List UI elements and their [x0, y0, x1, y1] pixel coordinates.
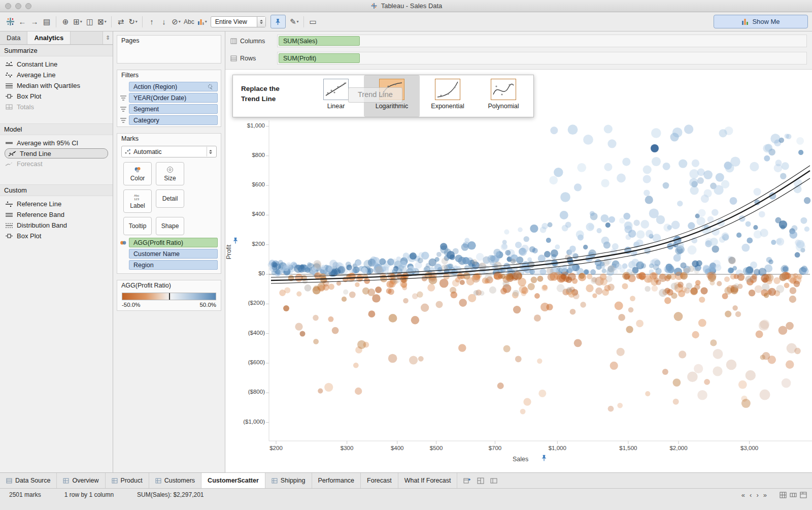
tab-customers[interactable]: Customers	[149, 473, 201, 488]
size-button[interactable]: Size	[156, 162, 184, 185]
analytics-item-average-line[interactable]: Average Line	[0, 70, 113, 80]
trend-option-exponential[interactable]: Exponential	[420, 75, 476, 117]
new-worksheet-button[interactable]: ⊞▾	[72, 15, 84, 28]
swap-rows-columns-button[interactable]: ⇄	[115, 15, 127, 28]
y-axis-title[interactable]: Profit	[225, 244, 232, 259]
color-legend-gradient[interactable]	[122, 293, 216, 300]
window-controls	[5, 3, 31, 9]
constant-line-icon	[5, 61, 13, 68]
trend-option-linear[interactable]: Linear	[308, 75, 364, 117]
columns-shelf[interactable]: SUM(Sales)	[277, 35, 807, 47]
sort-ascending-button[interactable]: ↑	[146, 15, 158, 28]
columns-shelf-row: Columns SUM(Sales)	[230, 34, 807, 48]
new-worksheet-button[interactable]	[463, 477, 471, 484]
mark-pill-customer-name[interactable]: Customer Name	[129, 249, 218, 259]
color-button[interactable]: Color	[123, 162, 152, 185]
close-window-button[interactable]	[5, 3, 11, 9]
new-sheet-buttons	[457, 473, 503, 488]
analytics-item-constant-line[interactable]: Constant Line	[0, 59, 113, 70]
show-me-chart-icon	[741, 18, 749, 25]
redo-button[interactable]: →	[28, 15, 41, 28]
caret-down-icon: ▾	[179, 20, 181, 24]
rows-pill-sum-profit[interactable]: SUM(Profit)	[279, 53, 360, 63]
analytics-item-average-ci[interactable]: Average with 95% CI	[0, 138, 113, 148]
mark-type-stepper[interactable]	[207, 147, 214, 156]
new-data-source-button[interactable]: ⊕	[59, 15, 72, 28]
tab-customerscatter[interactable]: CustomerScatter	[201, 473, 265, 488]
tab-analytics[interactable]: Analytics	[27, 31, 71, 44]
pane-splitter-icon[interactable]: ⇕	[103, 31, 113, 44]
analytics-item-box-plot-custom[interactable]: Box Plot	[0, 231, 113, 241]
last-tab-button[interactable]: »	[763, 491, 767, 499]
tooltip-button[interactable]: Tooltip	[123, 217, 152, 235]
next-tab-button[interactable]: ›	[756, 491, 758, 499]
fit-selector-stepper[interactable]	[257, 17, 265, 27]
filter-pill-category[interactable]: Category	[129, 115, 218, 125]
filter-pill-action-region[interactable]: Action (Region)	[129, 82, 218, 91]
duplicate-sheet-button[interactable]: ◫	[84, 15, 96, 28]
label-icon: Abc123	[133, 194, 142, 201]
sort-descending-button[interactable]: ↓	[158, 15, 170, 28]
columns-pill-sum-sales[interactable]: SUM(Sales)	[279, 36, 360, 46]
analytics-item-median-quartiles[interactable]: Median with Quartiles	[0, 80, 113, 91]
mark-type-select[interactable]: Automatic	[121, 146, 217, 157]
tab-data-source[interactable]: Data Source	[0, 473, 57, 488]
presentation-mode-button[interactable]: ▭	[307, 15, 319, 28]
analytics-item-distribution-band[interactable]: Distribution Band	[0, 220, 113, 231]
fix-axes-pin-button[interactable]	[270, 15, 286, 28]
tab-overview[interactable]: Overview	[57, 473, 105, 488]
x-axis-pin-icon[interactable]	[541, 455, 547, 461]
show-mark-labels-button[interactable]: Abc	[182, 15, 196, 28]
shape-button[interactable]: Shape	[156, 217, 184, 235]
average-line-icon	[5, 72, 13, 78]
refresh-button[interactable]: ↻▾	[127, 15, 139, 28]
rows-shelf[interactable]: SUM(Profit)	[277, 52, 807, 65]
worksheet-icon	[155, 478, 161, 484]
highlight-button[interactable]: ✎▾	[288, 15, 300, 28]
totals-icon	[5, 104, 13, 110]
analytics-item-reference-band[interactable]: Reference Band	[0, 209, 113, 220]
new-story-button[interactable]	[490, 477, 497, 484]
tab-what-if-forecast[interactable]: What If Forecast	[398, 473, 458, 488]
tab-performance[interactable]: Performance	[312, 473, 361, 488]
tab-forecast[interactable]: Forecast	[361, 473, 398, 488]
x-axis-title[interactable]: Sales	[513, 456, 528, 463]
analytics-item-reference-line[interactable]: Reference Line	[0, 199, 113, 209]
show-sheet-sorter-button[interactable]	[780, 492, 787, 498]
filter-pill-segment[interactable]: Segment	[129, 104, 218, 114]
average-ci-icon	[5, 140, 13, 146]
show-tabs-button[interactable]	[800, 492, 807, 498]
y-axis-pin-icon[interactable]	[232, 237, 239, 244]
tab-data[interactable]: Data	[0, 31, 27, 44]
prev-tab-button[interactable]: ‹	[750, 491, 752, 499]
show-filmstrip-button[interactable]	[790, 492, 797, 498]
filter-pill-year-order-date[interactable]: YEAR(Order Date)	[129, 93, 218, 103]
section-header-summarize: Summarize	[0, 45, 113, 56]
minimize-window-button[interactable]	[15, 3, 21, 9]
fit-selector[interactable]: Entire View	[211, 16, 266, 27]
detail-button[interactable]: Detail	[156, 189, 184, 208]
show-me-button[interactable]: Show Me	[714, 15, 808, 28]
trend-option-logarithmic[interactable]: Logarithmic	[364, 75, 420, 117]
first-tab-button[interactable]: «	[741, 491, 745, 499]
zoom-window-button[interactable]	[25, 3, 31, 9]
analytics-item-trend-line[interactable]: Trend Line	[5, 148, 108, 158]
clear-sheet-button[interactable]: ⊠▾	[96, 15, 108, 28]
scatter-plot[interactable]	[225, 70, 812, 471]
reference-band-icon	[5, 211, 13, 218]
tab-shipping[interactable]: Shipping	[265, 473, 312, 488]
tab-product[interactable]: Product	[106, 473, 149, 488]
trend-option-polynomial[interactable]: Polynomial	[476, 75, 531, 117]
fit-axes-button[interactable]: ▾	[196, 15, 209, 28]
save-button[interactable]: ▤	[41, 15, 53, 28]
label-button[interactable]: Abc123 Label	[123, 189, 152, 213]
marks-count: 2501 marks	[9, 491, 41, 498]
mark-pill-region[interactable]: Region	[129, 260, 218, 270]
tableau-logo-icon[interactable]	[4, 15, 16, 28]
group-members-button[interactable]: ⊘▾	[170, 15, 182, 28]
exponential-trend-icon	[435, 79, 460, 100]
analytics-item-box-plot[interactable]: Box Plot	[0, 91, 113, 102]
new-dashboard-button[interactable]	[477, 477, 484, 484]
mark-pill-agg-profit-ratio[interactable]: AGG(Profit Ratio)	[129, 238, 218, 247]
undo-button[interactable]: ←	[16, 15, 28, 28]
